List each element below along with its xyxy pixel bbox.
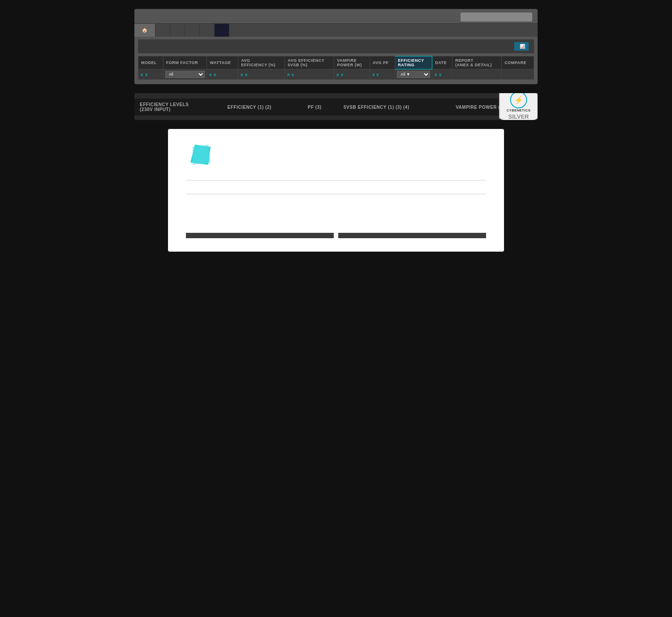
- brand-header: 📊: [138, 39, 534, 53]
- certificate-section: [168, 129, 504, 252]
- test-date-row: [186, 216, 188, 223]
- col-efficiency: EFFICIENCY (1) (2): [222, 99, 302, 116]
- cybenetics-badge: ⚡ CYBENETICS SILVER 230v: [497, 93, 538, 120]
- cert-logo: [186, 142, 213, 171]
- efficiency-table: EFFICIENCY LEVELS(230V INPUT) EFFICIENCY…: [134, 99, 538, 116]
- sort-pf[interactable]: ∧ ∨: [372, 72, 379, 77]
- col-eff-rating: EFFICIENCYRATING: [395, 56, 432, 69]
- cert-meta-left: [186, 201, 188, 224]
- col-report: REPORT(ANEX & DETAIL): [452, 56, 502, 69]
- nav-tab-atx115[interactable]: [200, 24, 215, 37]
- col-model: MODEL: [138, 56, 164, 69]
- nav-tab-home[interactable]: 🏠: [134, 24, 155, 37]
- dut-specs-header: [338, 233, 486, 238]
- col-avg-5vsb: AVG EFFICIENCY5VSB (%): [285, 56, 334, 69]
- col-5vsb: 5VSB EFFICIENCY (1) (3) (4): [338, 99, 450, 116]
- dut-info-header: [186, 233, 334, 238]
- search-input[interactable]: [461, 13, 532, 21]
- sort-model[interactable]: ∧ ∨: [140, 72, 148, 77]
- svg-text:⚡: ⚡: [514, 96, 523, 104]
- sort-wattage[interactable]: ∧ ∨: [209, 72, 216, 77]
- report-date-row: [484, 209, 486, 215]
- col-avg-pf: AVG PF: [370, 56, 395, 69]
- filter-row: ∧ ∨ All ∧ ∨ ∧ ∨ ∧ ∨ ∧ ∨ ∧ ∨ All ▼ ∧ ∨: [138, 69, 534, 80]
- psu-table: MODEL FORM FACTOR WATTAGE AVGEFFICIENCY …: [138, 56, 534, 80]
- svg-text:CYBENETICS: CYBENETICS: [507, 108, 530, 112]
- sort-vampire[interactable]: ∧ ∨: [336, 72, 344, 77]
- nav-tab-eta-red[interactable]: [185, 24, 200, 37]
- filter-rating[interactable]: All ▼: [397, 71, 430, 78]
- col-date: DATE: [432, 56, 452, 69]
- main-table-container: MODEL FORM FACTOR WATTAGE AVGEFFICIENCY …: [138, 56, 534, 80]
- sort-date[interactable]: ∧ ∨: [434, 72, 442, 77]
- cert-divider: [186, 180, 486, 180]
- col-wattage: WATTAGE: [207, 56, 238, 69]
- lab-id-row: [186, 201, 188, 207]
- nav-tabs: 🏠: [134, 23, 538, 37]
- nav-tab-atx230[interactable]: [215, 24, 229, 37]
- svg-text:SILVER: SILVER: [508, 113, 530, 120]
- col-vampire: VAMPIREPOWER (W): [334, 56, 370, 69]
- col-pf: PF (3): [302, 99, 338, 116]
- table2-caption: [134, 93, 538, 99]
- efficiency-levels-section: EFFICIENCY LEVELS(230V INPUT) EFFICIENCY…: [134, 93, 538, 120]
- eff-table-header: EFFICIENCY LEVELS(230V INPUT) EFFICIENCY…: [134, 99, 538, 116]
- sort-avg-eff[interactable]: ∧ ∨: [240, 72, 248, 77]
- nav-tab-eta115[interactable]: [155, 24, 170, 37]
- dut-info-table: [186, 233, 334, 238]
- sort-5vsb[interactable]: ∧ ∨: [287, 72, 294, 77]
- cert-header: [186, 142, 486, 171]
- cert-meta-right: [484, 201, 486, 224]
- table-header-row: MODEL FORM FACTOR WATTAGE AVGEFFICIENCY …: [138, 56, 534, 69]
- chart-icon: 📊: [520, 44, 525, 49]
- cert-divider2: [186, 194, 486, 194]
- col-form-factor: FORM FACTOR: [163, 56, 207, 69]
- report-row: [484, 201, 486, 207]
- dut-specs-table: [338, 233, 486, 238]
- col-compare: COMPARE: [502, 56, 534, 69]
- svg-marker-7: [193, 145, 211, 165]
- cert-tables: [186, 233, 486, 238]
- database-section: 🏠 📊 MODEL FORM FACTOR WATTAGE AVGEFFICIE…: [134, 9, 538, 84]
- filter-form-factor[interactable]: All: [165, 71, 205, 78]
- nav-tab-eta230[interactable]: [170, 24, 185, 37]
- col-eff-level: EFFICIENCY LEVELS(230V INPUT): [134, 99, 222, 116]
- receipt-date-row: [186, 209, 188, 215]
- col-avg-eff: AVGEFFICIENCY (%): [238, 56, 285, 69]
- cybenetics-logo-icon: [186, 142, 213, 169]
- graphic-chart-button[interactable]: 📊: [514, 42, 529, 51]
- cert-meta-row: [186, 201, 486, 224]
